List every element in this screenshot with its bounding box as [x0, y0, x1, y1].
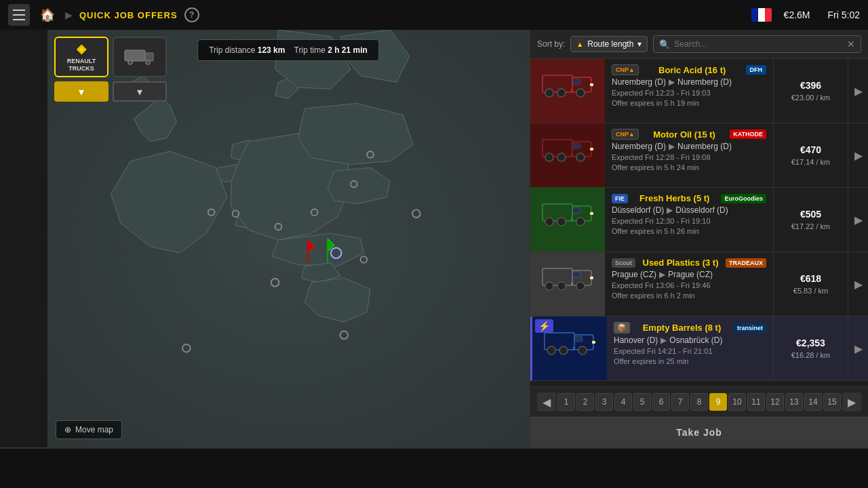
job-details-button[interactable]: ▶ [848, 123, 868, 187]
svg-point-47 [545, 282, 553, 290]
job-item[interactable]: CNP▲ Boric Acid (16 t) DFH Nuremberg (D)… [530, 59, 868, 123]
renault-logo: ◈ [77, 41, 86, 56]
pagination-page[interactable]: 14 [804, 393, 822, 411]
route-from: Hanover (D) [614, 336, 658, 345]
pagination-page[interactable]: 9 [709, 393, 727, 411]
job-thumbnail [530, 252, 605, 316]
breadcrumb-title: QUICK JOB OFFERS [79, 10, 178, 20]
job-arrow-icon: ▶ [854, 85, 863, 98]
job-item[interactable]: Scout Used Plastics (3 t) TRADEAUX Pragu… [530, 252, 868, 317]
pagination-page[interactable]: 15 [823, 393, 841, 411]
job-timing: Expected Fri 14:21 - Fri 21:01 [614, 347, 766, 355]
expand-down-button[interactable]: ▾ [54, 81, 108, 102]
pagination-page[interactable]: 12 [766, 393, 784, 411]
pagination-page[interactable]: 10 [728, 393, 746, 411]
trailer-selector-button[interactable] [113, 37, 167, 77]
svg-point-4 [182, 344, 191, 352]
pagination-page[interactable]: 11 [747, 393, 765, 411]
svg-rect-21 [572, 79, 580, 84]
route-arrow-icon: ▶ [669, 77, 675, 87]
job-details-button[interactable]: ▶ [848, 59, 868, 123]
expand-right-button[interactable]: ▾ [113, 81, 167, 102]
job-item[interactable]: FIE Fresh Herbs (5 t) EuroGoodies Düssel… [530, 188, 868, 252]
menu-button[interactable] [8, 4, 30, 26]
svg-point-49 [576, 282, 585, 290]
search-clear-button[interactable]: ✕ [847, 39, 855, 49]
pagination-page[interactable]: 3 [595, 393, 613, 411]
svg-point-2 [128, 60, 132, 64]
country-flag [751, 8, 772, 22]
job-price-per-km: €17.14 / km [791, 158, 830, 166]
search-icon: 🔍 [659, 39, 670, 49]
job-arrow-icon: ▶ [854, 214, 863, 226]
pagination-page[interactable]: 5 [633, 393, 651, 411]
job-details-button[interactable]: ▶ [848, 317, 868, 380]
svg-point-48 [557, 282, 566, 290]
search-box[interactable]: 🔍 ✕ [653, 35, 861, 53]
sort-select[interactable]: ▲ Route length ▾ [570, 36, 648, 52]
route-from: Nuremberg (D) [612, 142, 666, 151]
job-price-per-km: €16.28 / km [791, 351, 830, 359]
svg-rect-58 [592, 341, 595, 344]
svg-rect-42 [590, 212, 593, 215]
svg-point-3 [146, 60, 150, 64]
job-arrow-icon: ▶ [854, 149, 863, 162]
move-map-button[interactable]: ⊕ Move map [56, 420, 122, 439]
job-cargo-name: Motor Oil (15 t) [653, 129, 715, 140]
pagination-page[interactable]: 8 [690, 393, 708, 411]
pagination-page[interactable]: 1 [557, 393, 575, 411]
pagination-page[interactable]: 2 [576, 393, 594, 411]
pagination-page[interactable]: 7 [671, 393, 689, 411]
pagination-page[interactable]: 6 [652, 393, 670, 411]
pagination-page[interactable]: 4 [614, 393, 632, 411]
search-input[interactable] [674, 39, 843, 49]
right-panel: Sort by: ▲ Route length ▾ 🔍 ✕ [529, 30, 868, 447]
svg-rect-27 [571, 89, 573, 92]
home-button[interactable]: 🏠 [37, 4, 58, 26]
truck-svg [537, 260, 598, 298]
take-job-button[interactable]: Take Job [530, 417, 868, 447]
svg-point-12 [412, 209, 420, 218]
job-item[interactable]: ⚡ 📦 Empty Barrels (8 t) tra [530, 317, 868, 381]
game-time: Fri 5:02 [828, 9, 860, 20]
truck-selector: ◈ RENAULTTRUCKS [54, 37, 170, 77]
svg-rect-37 [572, 207, 580, 213]
svg-point-33 [576, 153, 585, 161]
sort-by-label: Sort by: [537, 39, 565, 49]
renault-trucks-button[interactable]: ◈ RENAULTTRUCKS [54, 37, 108, 77]
svg-rect-43 [571, 218, 573, 221]
truck-svg [537, 196, 598, 233]
job-price-per-km: €17.22 / km [791, 222, 830, 230]
job-list: CNP▲ Boric Acid (16 t) DFH Nuremberg (D)… [530, 59, 868, 386]
job-item[interactable]: CNP▲ Motor Oil (15 t) KATHODE Nuremberg … [530, 123, 868, 188]
breadcrumb-separator: ▶ [65, 9, 73, 20]
job-details-button[interactable]: ▶ [848, 252, 868, 316]
pagination-next[interactable]: ▶ [842, 392, 861, 411]
svg-rect-0 [125, 50, 145, 61]
job-details-button[interactable]: ▶ [848, 188, 868, 251]
route-from: Düsseldorf (D) [612, 205, 664, 215]
job-price-column: €396 €23.00 / km [773, 59, 848, 123]
trip-distance-label: Trip distance [209, 45, 255, 55]
job-price-per-km: €5.83 / km [793, 287, 828, 295]
svg-point-32 [557, 153, 566, 161]
job-route: Nuremberg (D) ▶ Nuremberg (D) [612, 77, 766, 87]
svg-rect-45 [572, 272, 580, 277]
expand-down-icon: ▾ [79, 85, 84, 98]
move-map-label: Move map [75, 425, 113, 434]
pagination-page[interactable]: 13 [785, 393, 803, 411]
job-info: Scout Used Plastics (3 t) TRADEAUX Pragu… [605, 252, 773, 316]
job-timing: Expected Fri 12:30 - Fri 19:10 [612, 217, 766, 225]
route-arrow-icon: ▶ [659, 270, 665, 279]
sort-bar: Sort by: ▲ Route length ▾ 🔍 ✕ [530, 30, 868, 59]
player-money: €2.6M [784, 9, 810, 20]
svg-point-41 [576, 218, 585, 226]
pagination-prev[interactable]: ◀ [537, 392, 556, 411]
trip-info-box: Trip distance 123 km Trip time 2 h 21 mi… [197, 39, 379, 61]
route-arrow-icon: ▶ [660, 336, 667, 345]
route-arrow-icon: ▶ [667, 205, 673, 215]
svg-rect-35 [571, 154, 573, 157]
job-header: FIE Fresh Herbs (5 t) EuroGoodies [612, 193, 766, 203]
help-button[interactable]: ? [184, 7, 199, 22]
route-to: Nuremberg (D) [677, 77, 732, 87]
